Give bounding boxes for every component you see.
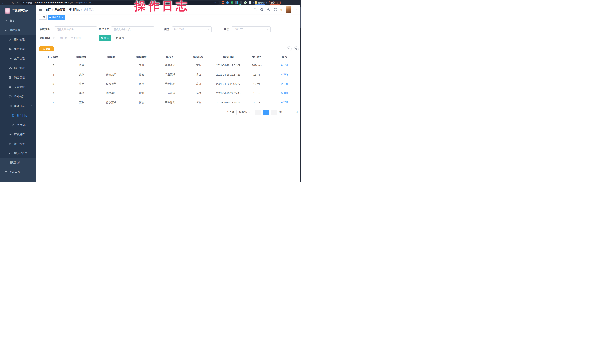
col-date: 操作日期	[213, 54, 244, 61]
type-select[interactable]: 操作类型	[172, 26, 212, 32]
extension-donut-icon[interactable]	[222, 1, 224, 4]
update-button[interactable]: 更新 ⋮	[269, 0, 281, 5]
prev-page-button[interactable]: ‹	[255, 110, 261, 115]
sidebar-item-audit-log[interactable]: 审计日志	[0, 101, 36, 111]
kebab-menu-icon[interactable]: ⋮	[277, 1, 279, 4]
reset-button[interactable]: 重置	[114, 35, 126, 41]
sidebar-item-error-code[interactable]: 错误码管理	[0, 148, 36, 158]
export-button[interactable]: 导出	[39, 46, 54, 51]
sidebar-item-departments[interactable]: 部门管理	[0, 63, 36, 73]
chevron-up-icon	[30, 105, 33, 107]
date-range-picker[interactable]: 开始日期 - 结束日期	[51, 35, 97, 41]
extension-drop-icon[interactable]	[226, 1, 229, 4]
sidebar-logo[interactable]: 芋道管理系统	[0, 5, 36, 16]
close-icon[interactable]: ×	[62, 16, 63, 18]
fullscreen-icon[interactable]	[274, 8, 277, 11]
forward-icon[interactable]: →	[7, 1, 10, 4]
search-icon[interactable]	[254, 8, 257, 11]
page-size-select[interactable]: 10条/页	[236, 110, 253, 115]
tags-view: 首页 操作日志 ×	[36, 14, 300, 21]
goto-label: 前往	[279, 111, 284, 114]
goto-page-input[interactable]	[286, 110, 294, 115]
avatar[interactable]	[286, 6, 291, 13]
sidebar-item-notice[interactable]: 通知公告	[0, 92, 36, 101]
operate-log-table: 日志编号 操作模块 操作名 操作类型 操作人 操作结果 操作日期 执行时长 操作…	[39, 54, 299, 107]
breadcrumb-audit[interactable]: 审计日志	[69, 8, 80, 11]
window-scrollbar[interactable]	[300, 5, 302, 182]
sidebar-item-dict[interactable]: 字典管理	[0, 82, 36, 92]
chevron-down-icon	[30, 171, 33, 173]
sidebar-item-roles[interactable]: 角色管理	[0, 44, 36, 54]
module-label: 系统模块	[39, 28, 54, 31]
paused-badge[interactable]: 已暂停	[253, 1, 267, 5]
sidebar-item-users[interactable]: 用户管理	[0, 35, 36, 44]
sidebar-item-sms[interactable]: 短信管理	[0, 139, 36, 148]
time-label: 操作时间	[39, 36, 51, 40]
url-divider	[34, 1, 34, 4]
next-page-button[interactable]: ›	[271, 110, 277, 115]
paused-label: 已暂停	[258, 1, 265, 4]
detail-link[interactable]: 详细	[280, 73, 288, 76]
github-icon[interactable]	[260, 8, 263, 11]
table-tools	[287, 46, 299, 51]
monitor-icon	[4, 161, 7, 164]
extension-columns-icon[interactable]	[235, 1, 238, 4]
module-input[interactable]	[54, 26, 97, 32]
detail-link[interactable]: 详细	[280, 82, 288, 86]
show-search-button[interactable]	[287, 46, 292, 51]
extension-switch-icon[interactable]: on	[240, 1, 242, 4]
detail-link[interactable]: 详细	[280, 64, 288, 67]
detail-link[interactable]: 详细	[280, 101, 288, 104]
reload-icon[interactable]: ↻	[12, 1, 14, 4]
sidebar-item-posts[interactable]: 岗位管理	[0, 73, 36, 82]
bookmark-star-icon[interactable]: ☆	[214, 1, 217, 4]
menu-list-icon	[9, 57, 12, 60]
app-title: 芋道管理系统	[12, 9, 28, 12]
help-icon[interactable]	[267, 8, 270, 11]
sidebar-item-home[interactable]: 首页	[0, 16, 36, 26]
update-label: 更新	[271, 1, 275, 4]
refresh-table-button[interactable]	[294, 46, 299, 51]
font-size-icon[interactable]: tT	[280, 8, 282, 11]
search-button[interactable]: 搜索	[99, 35, 111, 41]
sidebar-item-infrastructure[interactable]: 基础设施	[0, 158, 36, 167]
sidebar-item-system[interactable]: 系统管理	[0, 26, 36, 35]
breadcrumb-system[interactable]: 系统管理	[55, 8, 65, 11]
sidebar-item-dev-tools[interactable]: 研发工具	[0, 167, 36, 176]
sidebar-item-login-log[interactable]: 登录日志	[0, 120, 36, 130]
col-duration: 执行时长	[244, 54, 270, 61]
detail-link[interactable]: 详细	[280, 91, 288, 95]
sidebar-item-operate-log[interactable]: 操作日志	[0, 111, 36, 120]
operator-input[interactable]	[111, 26, 154, 32]
eye-icon	[280, 101, 283, 104]
extensions-row: v on	[222, 1, 251, 4]
sidebar-item-menus[interactable]: 菜单管理	[0, 54, 36, 63]
search-icon	[288, 48, 290, 50]
end-date-placeholder: 结束日期	[71, 36, 81, 40]
home-icon[interactable]: ⌂	[17, 1, 18, 4]
extension-leaf-icon[interactable]	[244, 1, 247, 4]
back-icon[interactable]: ←	[2, 1, 5, 4]
sidebar-item-online-users[interactable]: 在线用户	[0, 130, 36, 139]
extensions-puzzle-icon[interactable]	[249, 1, 251, 4]
emoji-extension-icon	[255, 1, 257, 4]
sidebar-toggle-button[interactable]	[36, 8, 45, 11]
start-date-placeholder: 开始日期	[57, 36, 67, 40]
audit-icon	[9, 104, 12, 107]
col-module: 操作模块	[67, 54, 96, 61]
tag-home[interactable]: 首页	[39, 15, 47, 20]
extension-v-icon[interactable]: v	[231, 1, 233, 4]
breadcrumb-home[interactable]: 首页	[45, 8, 50, 11]
table-row: 4菜单 修改菜单修改 芋道源码成功 2021-04-26 22:37:2515 …	[39, 70, 299, 79]
page-1-button[interactable]: 1	[263, 110, 269, 115]
chevron-up-icon	[30, 29, 33, 31]
col-type: 操作类型	[127, 54, 156, 61]
scrollbar-thumb[interactable]	[300, 7, 301, 28]
security-label[interactable]: 不安全	[26, 1, 33, 4]
refresh-icon	[295, 48, 297, 50]
status-select[interactable]: 操作状态	[232, 26, 271, 32]
toolbox-icon	[4, 171, 7, 173]
tag-operate-log[interactable]: 操作日志 ×	[48, 15, 65, 20]
caret-down-icon[interactable]	[295, 9, 297, 10]
tree-icon	[9, 67, 12, 69]
